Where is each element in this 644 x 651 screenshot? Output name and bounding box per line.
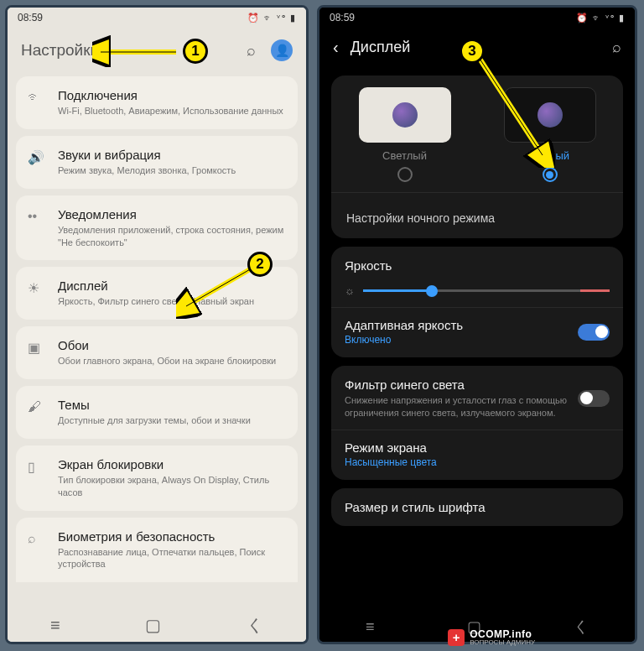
settings-screen: 08:59 ⏰ ᯤ ᵛᵒ ▮ Настройки ⌕ 👤 ᯤ Подключен… [5, 5, 309, 644]
night-mode-settings[interactable]: Настройки ночного режима [345, 203, 610, 227]
slider-track[interactable] [363, 289, 610, 292]
security-icon: ⌕ [28, 531, 36, 546]
item-title: Подключения [58, 88, 288, 102]
brightness-label: Яркость [345, 258, 610, 273]
annotation-marker-2: 2 [247, 252, 273, 277]
bluefilter-title: Фильтр синего света [345, 378, 568, 392]
themes-item[interactable]: 🖌 Темы Доступные для загрузки темы, обои… [16, 386, 298, 439]
screen-mode-row[interactable]: Режим экрана Насыщенные цвета [345, 440, 610, 468]
bluefilter-sub: Снижение напряжения и усталости глаз с п… [345, 394, 568, 419]
back-button[interactable]: く [247, 614, 263, 637]
annotation-marker-1: 1 [183, 39, 208, 64]
item-subtitle: Уведомления приложений, строка состояния… [58, 224, 288, 249]
display-settings-screen: 08:59 ⏰ ᯤ ᵛᵒ ▮ ‹ Дисплей ⌕ Светлый Темны… [317, 5, 637, 644]
bluefilter-toggle[interactable] [578, 390, 610, 407]
notification-icon: •• [28, 209, 37, 224]
adaptive-toggle[interactable] [578, 324, 610, 341]
theme-dark-radio[interactable] [543, 167, 558, 182]
theme-card: Светлый Темный Настройки ночного режима [331, 76, 623, 238]
recents-button[interactable]: ≡ [50, 616, 60, 635]
status-time: 08:59 [330, 12, 355, 23]
theme-light-radio[interactable] [397, 167, 413, 182]
status-bar: 08:59 ⏰ ᯤ ᵛᵒ ▮ [8, 8, 306, 28]
status-icons: ⏰ ᯤ ᵛᵒ ▮ [576, 13, 625, 23]
item-title: Темы [58, 398, 288, 412]
adaptive-brightness-row[interactable]: Адаптивная яркость Включено [345, 318, 610, 346]
home-button[interactable]: ▢ [145, 615, 161, 635]
account-avatar-icon[interactable]: 👤 [271, 39, 293, 61]
sound-icon: 🔊 [28, 149, 44, 165]
watermark-sub: ВОПРОСЫ АДМИНУ [470, 638, 535, 646]
back-icon[interactable]: ‹ [333, 38, 339, 57]
adaptive-title: Адаптивная яркость [345, 318, 463, 332]
search-icon[interactable]: ⌕ [612, 39, 621, 56]
item-title: Дисплей [58, 279, 288, 293]
settings-title: Настройки [21, 41, 247, 60]
watermark: + OCOMP.info ВОПРОСЫ АДМИНУ [448, 628, 535, 646]
item-title: Биометрия и безопасность [58, 529, 288, 544]
wifi-icon: ᯤ [28, 90, 41, 105]
brightness-icon: ☀ [28, 280, 39, 296]
font-size-title: Размер и стиль шрифта [345, 500, 610, 514]
item-title: Уведомления [58, 207, 288, 221]
brightness-card: Яркость ☼ Адаптивная яркость Включено [331, 247, 623, 357]
theme-light-option[interactable]: Светлый [345, 87, 465, 182]
item-subtitle: Доступные для загрузки темы, обои и знач… [58, 414, 288, 427]
brightness-slider[interactable]: ☼ [345, 284, 610, 297]
settings-header: Настройки ⌕ 👤 [8, 28, 306, 70]
watermark-icon: + [448, 629, 465, 646]
search-icon[interactable]: ⌕ [247, 42, 256, 60]
theme-dark-option[interactable]: Темный [490, 87, 610, 182]
bluefilter-card: Фильтр синего света Снижение напряжения … [331, 366, 623, 480]
item-title: Обои [58, 338, 288, 352]
theme-dark-label: Темный [490, 149, 610, 162]
font-card[interactable]: Размер и стиль шрифта [331, 488, 623, 526]
display-body: Светлый Темный Настройки ночного режима … [319, 76, 635, 526]
biometrics-item[interactable]: ⌕ Биометрия и безопасность Распознавание… [16, 518, 298, 583]
item-subtitle: Обои главного экрана, Обои на экране бло… [58, 355, 288, 367]
wallpaper-item[interactable]: ▣ Обои Обои главного экрана, Обои на экр… [16, 326, 298, 379]
sun-icon: ☼ [345, 284, 355, 297]
back-button[interactable]: く [574, 617, 589, 637]
sounds-item[interactable]: 🔊 Звуки и вибрация Режим звука, Мелодия … [16, 136, 298, 189]
bluefilter-row[interactable]: Фильтр синего света Снижение напряжения … [345, 378, 610, 419]
status-icons: ⏰ ᯤ ᵛᵒ ▮ [247, 13, 296, 23]
theme-light-thumb [359, 87, 451, 143]
lockscreen-icon: ▯ [28, 459, 35, 475]
wallpaper-icon: ▣ [28, 340, 40, 356]
status-bar: 08:59 ⏰ ᯤ ᵛᵒ ▮ [319, 8, 635, 28]
theme-light-label: Светлый [345, 149, 465, 162]
slider-thumb[interactable] [426, 285, 438, 297]
item-subtitle: Яркость, Фильтр синего света, Главный эк… [58, 295, 288, 308]
android-nav-bar: ≡ ▢ く [8, 608, 306, 642]
themes-icon: 🖌 [28, 399, 41, 414]
adaptive-state: Включено [345, 334, 463, 346]
settings-list: ᯤ Подключения Wi-Fi, Bluetooth, Авиарежи… [8, 76, 306, 582]
lockscreen-item[interactable]: ▯ Экран блокировки Тип блокировки экрана… [16, 445, 298, 511]
notifications-item[interactable]: •• Уведомления Уведомления приложений, с… [16, 195, 298, 261]
item-subtitle: Режим звука, Мелодия звонка, Громкость [58, 164, 288, 177]
item-subtitle: Wi-Fi, Bluetooth, Авиарежим, Использован… [58, 105, 288, 117]
item-subtitle: Тип блокировки экрана, Always On Display… [58, 474, 288, 499]
theme-dark-thumb [504, 87, 596, 143]
item-title: Экран блокировки [58, 457, 288, 471]
screen-mode-title: Режим экрана [345, 440, 610, 455]
annotation-marker-3: 3 [460, 39, 485, 64]
recents-button[interactable]: ≡ [366, 618, 375, 636]
item-title: Звуки и вибрация [58, 148, 288, 162]
status-time: 08:59 [18, 12, 43, 23]
item-subtitle: Распознавание лица, Отпечатки пальцев, П… [58, 546, 288, 571]
screen-mode-value: Насыщенные цвета [345, 456, 610, 468]
connections-item[interactable]: ᯤ Подключения Wi-Fi, Bluetooth, Авиарежи… [16, 76, 298, 129]
